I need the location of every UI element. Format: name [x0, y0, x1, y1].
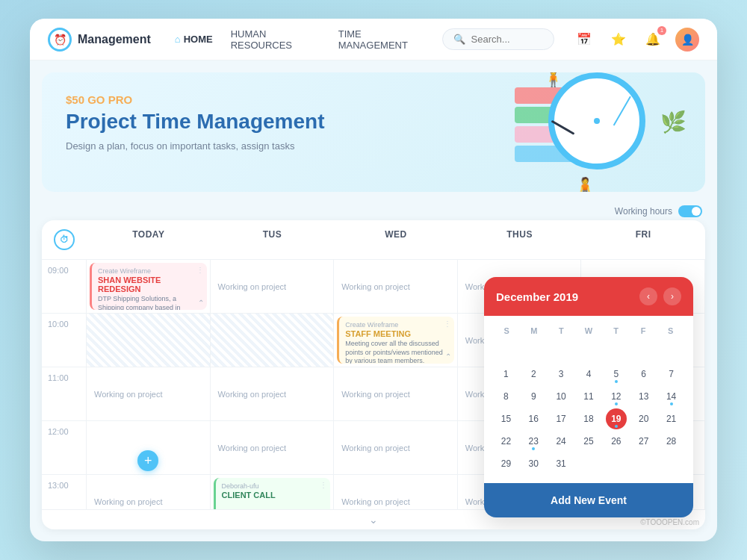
mini-cal-date[interactable]: 16	[523, 408, 544, 429]
mini-cal-date[interactable]: 26	[606, 431, 627, 452]
today-12-cell[interactable]: +	[87, 421, 210, 475]
mini-cal-date[interactable]: 11	[578, 386, 599, 407]
today-13-text: Working on project	[90, 478, 207, 509]
mini-cal-body: S M T W T F S 12345678910111213141516171…	[484, 316, 693, 483]
add-event-button[interactable]: +	[137, 450, 158, 471]
wed-13-text: Working on project	[337, 478, 454, 509]
event-menu-icon-2[interactable]: ⋮	[320, 481, 327, 489]
today-11-cell: Working on project	[87, 367, 210, 421]
star-icon-btn[interactable]: ⭐	[607, 28, 630, 52]
nav-time[interactable]: TIME MANAGEMENT	[338, 28, 424, 51]
mini-cal-date[interactable]: 4	[578, 364, 599, 385]
mini-cal-date[interactable]: 23	[523, 431, 544, 452]
calendar-icon-btn[interactable]: 📅	[572, 28, 596, 52]
mini-cal-footer[interactable]: Add New Event	[484, 483, 693, 517]
mini-cal-nav: ‹ ›	[639, 287, 681, 305]
event-title-staff: STAFF MEETING	[345, 329, 448, 338]
nav-hr[interactable]: HUMAN RESOURCES	[231, 28, 320, 51]
mini-cal-date[interactable]: 10	[551, 386, 571, 407]
mini-cal-date[interactable]: 13	[633, 386, 654, 407]
day-label-t2: T	[602, 325, 630, 337]
calendar-section: ⏱ TODAY TUS WED THUS FRI 09:00 10:00 11:…	[42, 220, 705, 529]
mini-cal-date[interactable]: 15	[495, 408, 516, 429]
mini-cal-date[interactable]: 8	[495, 386, 516, 407]
mini-cal-prev[interactable]: ‹	[639, 287, 657, 305]
mini-cal-date[interactable]: 30	[523, 453, 544, 474]
cal-header-today: TODAY	[87, 220, 211, 259]
time-slot-10: 10:00	[42, 314, 87, 367]
hero-banner: $50 GO PRO Project Time Management Desig…	[42, 72, 705, 192]
mini-cal-date[interactable]: 27	[633, 431, 654, 452]
app-container: ⏰ Management ⌂ HOME HUMAN RESOURCES TIME…	[30, 19, 717, 541]
mini-cal-date[interactable]: 3	[551, 364, 571, 385]
mini-cal-date[interactable]: 19	[606, 408, 627, 429]
mini-cal-date[interactable]: 18	[578, 408, 599, 429]
today-09-cell: ⋮ Create Wireframe SHAN WEBSITE REDESIGN…	[87, 260, 210, 314]
mini-cal-date[interactable]: 22	[495, 431, 516, 452]
tue-11-cell: Working on project	[211, 367, 334, 421]
wed-11-cell: Working on project	[334, 367, 457, 421]
mini-cal-date[interactable]: 20	[633, 408, 654, 429]
mini-cal-date[interactable]: 24	[551, 431, 571, 452]
cal-header-fri: FRI	[581, 220, 705, 259]
mini-cal-date[interactable]: 6	[633, 364, 654, 385]
cal-header-thu: THUS	[458, 220, 582, 259]
search-box[interactable]: 🔍	[442, 28, 554, 50]
logo[interactable]: ⏰ Management	[48, 28, 151, 52]
mini-cal-date[interactable]: 5	[606, 364, 627, 385]
tue-09-text: Working on project	[214, 263, 331, 310]
mini-cal-date[interactable]: 9	[523, 386, 544, 407]
home-icon: ⌂	[175, 34, 181, 45]
day-label-t1: T	[548, 325, 575, 337]
wed-10-cell: ⋮ Create Wireframe STAFF MEETING Meeting…	[334, 314, 457, 367]
tue-11-text: Working on project	[214, 370, 331, 417]
mini-cal-date[interactable]: 17	[551, 408, 571, 429]
mini-cal-date[interactable]: 28	[661, 431, 682, 452]
tue-09-cell: Working on project	[211, 260, 334, 314]
mini-cal-date[interactable]: 7	[661, 364, 682, 385]
avatar[interactable]: 👤	[675, 28, 699, 52]
cal-header-wed: WED	[334, 220, 458, 259]
mini-cal-date[interactable]: 21	[661, 408, 682, 429]
notification-icon-btn[interactable]: 🔔 1	[641, 28, 665, 52]
event-label-create: Create Wireframe	[98, 267, 201, 275]
mini-cal-next[interactable]: ›	[663, 287, 681, 305]
event-label-deborah: Deborah-ufu	[222, 482, 325, 490]
today-09-event[interactable]: ⋮ Create Wireframe SHAN WEBSITE REDESIGN…	[90, 263, 207, 310]
time-column: 09:00 10:00 11:00 12:00 13:00	[42, 260, 87, 509]
tue-13-event[interactable]: ⋮ Deborah-ufu CLIENT CALL	[214, 478, 331, 509]
mini-calendar: December 2019 ‹ › S M T W T F S 12345678…	[484, 277, 693, 517]
event-label-staff: Create Wireframe	[345, 321, 448, 329]
mini-cal-grid: 1234567891011121314151617181920212223242…	[493, 341, 684, 474]
event-menu-icon-3[interactable]: ⋮	[444, 320, 451, 328]
expand-icon-2[interactable]: ⌃	[445, 352, 451, 361]
search-input[interactable]	[471, 34, 543, 45]
time-slot-11: 11:00	[42, 367, 87, 421]
mini-cal-date[interactable]: 14	[661, 386, 682, 407]
navbar: ⏰ Management ⌂ HOME HUMAN RESOURCES TIME…	[30, 19, 717, 60]
mini-cal-date[interactable]: 31	[551, 453, 571, 474]
hero-illustration: 🌿 🧍 🧍	[451, 72, 690, 192]
working-hours-toggle[interactable]	[678, 205, 702, 217]
watermark: ©TOOOPEN.com	[640, 518, 699, 526]
time-slot-12: 12:00	[42, 421, 87, 475]
event-title-shan: SHAN WEBSITE REDESIGN	[98, 276, 201, 293]
tue-13-cell: ⋮ Deborah-ufu CLIENT CALL	[211, 475, 334, 509]
mini-cal-date[interactable]: 12	[606, 386, 627, 407]
nav-icons: 📅 ⭐ 🔔 1 👤	[572, 28, 699, 52]
nav-home[interactable]: ⌂ HOME	[175, 34, 213, 45]
mini-cal-date[interactable]: 25	[578, 431, 599, 452]
day-label-f: F	[630, 325, 657, 337]
wed-10-event[interactable]: ⋮ Create Wireframe STAFF MEETING Meeting…	[337, 317, 454, 364]
time-slot-09: 09:00	[42, 260, 87, 314]
tue-12-cell: Working on project	[211, 421, 334, 475]
expand-icon[interactable]: ⌃	[198, 299, 204, 307]
mini-cal-date[interactable]: 1	[495, 364, 516, 385]
mini-cal-date[interactable]: 2	[523, 364, 544, 385]
toggle-dot	[692, 207, 701, 216]
event-desc-staff: Meeting cover all the discussed points o…	[345, 340, 448, 364]
mini-cal-date[interactable]: 29	[495, 453, 516, 474]
tue-column: Working on project Working on project Wo…	[211, 260, 335, 509]
day-label-s1: S	[493, 325, 521, 337]
event-menu-icon[interactable]: ⋮	[196, 266, 204, 274]
